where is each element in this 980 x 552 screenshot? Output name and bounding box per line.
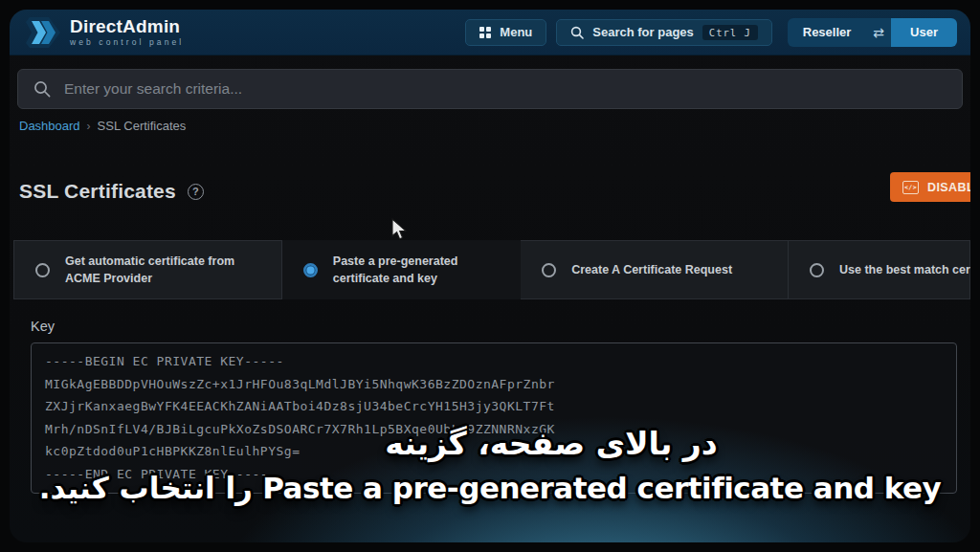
- tab-label: Use the best match certificate: [839, 261, 970, 278]
- directadmin-logo-icon: [25, 16, 61, 49]
- tab-label: Paste a pre-generated certificate and ke…: [333, 253, 491, 287]
- breadcrumb-current: SSL Certificates: [98, 119, 187, 133]
- tab-paste-pregenerated[interactable]: Paste a pre-generated certificate and ke…: [282, 240, 521, 299]
- role-switcher: Reseller ⇄ User: [788, 18, 957, 47]
- help-icon[interactable]: ?: [188, 184, 204, 200]
- private-key-text: -----BEGIN EC PRIVATE KEY----- MIGkAgEBB…: [45, 350, 943, 485]
- global-search-field[interactable]: [17, 69, 963, 109]
- radio-selected-icon: [303, 263, 318, 277]
- breadcrumb-separator: ›: [87, 120, 91, 133]
- brand-tagline: web control panel: [70, 38, 184, 47]
- header-actions: Menu Search for pages Ctrl J Reseller ⇄ …: [465, 18, 957, 47]
- mouse-cursor-icon: [390, 218, 408, 241]
- user-level-button[interactable]: User: [891, 18, 957, 47]
- page-search-button[interactable]: Search for pages Ctrl J: [556, 19, 771, 46]
- radio-unselected-icon: [35, 263, 50, 277]
- app-window: DirectAdmin web control panel Menu Searc…: [10, 10, 970, 542]
- global-search-row: [10, 55, 970, 109]
- certificate-option-tabs: Get automatic certificate from ACME Prov…: [13, 240, 970, 299]
- tab-best-match[interactable]: Use the best match certificate: [789, 240, 970, 299]
- menu-button-label: Menu: [500, 25, 532, 39]
- shortcut-badge: Ctrl J: [702, 25, 758, 40]
- breadcrumb-dashboard-link[interactable]: Dashboard: [19, 119, 80, 133]
- tab-acme-provider[interactable]: Get automatic certificate from ACME Prov…: [13, 240, 282, 299]
- breadcrumb: Dashboard › SSL Certificates: [10, 109, 970, 133]
- tab-certificate-request[interactable]: Create A Certificate Request: [521, 240, 789, 299]
- code-window-icon: </>: [902, 181, 919, 194]
- grid-menu-icon: [479, 27, 491, 38]
- disable-ssl-button[interactable]: </> DISABLE SSL: [890, 172, 970, 202]
- search-icon: [33, 80, 51, 98]
- brand-name: DirectAdmin: [70, 17, 184, 35]
- brand-text: DirectAdmin web control panel: [70, 17, 184, 47]
- key-textarea[interactable]: -----BEGIN EC PRIVATE KEY----- MIGkAgEBB…: [31, 342, 957, 494]
- reseller-level-button[interactable]: Reseller: [788, 18, 867, 47]
- directadmin-brand[interactable]: DirectAdmin web control panel: [25, 16, 184, 49]
- search-icon: [570, 26, 584, 39]
- page-title-row: SSL Certificates ? </> DISABLE SSL: [10, 175, 970, 208]
- video-frame: DirectAdmin web control panel Menu Searc…: [0, 0, 980, 552]
- page-search-label: Search for pages: [592, 25, 694, 39]
- key-field-label: Key: [31, 319, 957, 334]
- menu-button[interactable]: Menu: [465, 19, 546, 46]
- switch-arrows-icon: ⇄: [866, 18, 891, 47]
- search-input[interactable]: [64, 80, 947, 98]
- key-section: Key -----BEGIN EC PRIVATE KEY----- MIGkA…: [10, 299, 970, 494]
- page-title: SSL Certificates: [19, 180, 176, 203]
- radio-unselected-icon: [542, 263, 556, 277]
- tab-label: Create A Certificate Request: [571, 261, 732, 278]
- radio-unselected-icon: [810, 263, 824, 277]
- top-navbar: DirectAdmin web control panel Menu Searc…: [10, 10, 970, 55]
- disable-ssl-button-label: DISABLE SSL: [927, 181, 970, 194]
- tab-label: Get automatic certificate from ACME Prov…: [65, 253, 261, 287]
